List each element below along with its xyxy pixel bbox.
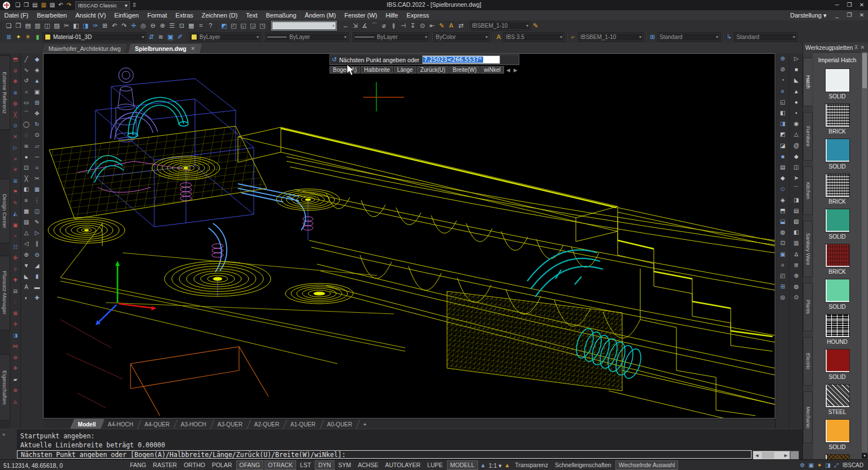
express-tool-icon[interactable]: ⋈ [13, 341, 18, 352]
fly-icon[interactable]: ◍ [776, 227, 789, 238]
layer-combo[interactable]: Material-01_3D▾ [42, 32, 146, 42]
copy-icon[interactable]: ◈ [32, 64, 42, 75]
status-toggle[interactable]: POLAR [209, 460, 235, 470]
express-tool-icon[interactable]: ✕ [13, 132, 18, 143]
paste-icon[interactable]: ◨ [81, 20, 90, 31]
block-editor-icon[interactable]: ⊞ [100, 20, 110, 31]
iso-ne-icon[interactable]: ◇ [776, 183, 789, 194]
dim-update-icon[interactable]: ⇄ [456, 20, 466, 31]
helix-icon[interactable]: @ [789, 140, 803, 151]
dim-arc-icon[interactable]: ⌒ [370, 20, 379, 31]
cylinder-icon[interactable]: ▪ [789, 107, 803, 118]
redo-icon[interactable]: ↷ [119, 20, 129, 31]
divide-icon[interactable]: ∥ [32, 238, 42, 249]
express-tool-icon[interactable]: ⊠ [13, 308, 18, 320]
palette-scrollbar[interactable] [862, 52, 867, 452]
express-tool-icon[interactable]: ▰ [14, 374, 18, 386]
scroll-left-icon[interactable]: ◀ [753, 452, 761, 458]
save-icon[interactable]: ▤ [31, 0, 39, 10]
darstellung-menu[interactable]: Darstellung ▾ [786, 10, 831, 20]
toolbar-overflow-icon[interactable]: ⇳ [130, 0, 138, 10]
redo-icon[interactable]: ↷ [65, 0, 73, 10]
3d-move-icon[interactable]: ⊕ [789, 270, 803, 281]
single-text-icon[interactable]: A [21, 282, 32, 292]
scrollbar-thumb[interactable] [762, 452, 774, 459]
menu-item[interactable]: Datei (F) [0, 10, 33, 20]
rectangle-icon[interactable]: ▭ [21, 97, 32, 108]
gradient-icon[interactable]: ▨ [21, 217, 32, 227]
mirror-icon[interactable]: ▲ [32, 75, 42, 86]
polysolid-icon[interactable]: ▷ [789, 53, 803, 64]
stretch-icon[interactable]: ▱ [32, 141, 42, 152]
express-tool-icon[interactable]: ✚ [13, 275, 18, 286]
express-tool-icon[interactable]: ⊘ [13, 66, 18, 77]
hatch-swatch[interactable] [825, 68, 850, 92]
prompt-option-button[interactable]: Halbbreite [361, 66, 393, 74]
grid-icon[interactable]: ⌗ [776, 260, 789, 270]
boundary-icon[interactable]: ◐ [21, 292, 32, 303]
command-search-combo[interactable]: ▾ [271, 21, 337, 31]
menu-item[interactable]: Bearbeiten [33, 10, 71, 20]
close-button[interactable]: ✕ [856, 0, 868, 10]
hatch-brick-2[interactable]: BRICK [825, 174, 850, 205]
plot-preview-icon[interactable]: ◫ [42, 20, 52, 31]
new-file-icon[interactable]: ❏ [4, 20, 14, 31]
tool-palettes-icon[interactable]: ▦ [186, 20, 196, 31]
block-icon[interactable]: ⊡ [21, 162, 32, 173]
panel-tab[interactable]: Design Center [0, 179, 10, 243]
hatch-swatch[interactable] [825, 384, 850, 408]
linetype-combo[interactable]: ByLayer▾ [265, 32, 349, 42]
view-front-icon[interactable]: ◪ [776, 140, 789, 151]
express-tool-icon[interactable]: ☷ [13, 242, 18, 253]
hatch-brick-1[interactable]: BRICK [825, 104, 850, 135]
text-style-icon[interactable]: A [494, 32, 504, 42]
layout-tab[interactable]: A2-QUER [246, 420, 286, 429]
scale-icon[interactable]: ⊙ [32, 130, 42, 140]
express-tool-icon[interactable]: ▣ [13, 220, 18, 231]
break-icon[interactable]: ✂ [32, 173, 42, 184]
design-center-icon[interactable]: ⊡ [177, 20, 186, 31]
prompt-option-button[interactable]: wiNkel [480, 66, 504, 74]
section-icon[interactable]: ⊡ [776, 238, 789, 248]
pan-icon[interactable]: ✛ [129, 20, 138, 31]
markup-icon[interactable]: ◲ [248, 20, 258, 31]
dim-continue-icon[interactable]: ⊣ [398, 20, 408, 31]
express-tool-icon[interactable]: ✳ [13, 165, 18, 176]
help-icon[interactable]: ? [206, 20, 215, 31]
layer-group-icon[interactable]: ◩ [219, 20, 229, 31]
annotation-autoscale-icon[interactable]: ▲ [502, 462, 511, 468]
menu-item[interactable]: Ansicht (V) [71, 10, 110, 20]
overkill-icon[interactable]: ▬ [32, 282, 42, 292]
annotation-visibility-icon[interactable]: ▲ [479, 462, 488, 468]
extend-icon[interactable]: ⌗ [32, 162, 42, 173]
open-file-icon[interactable]: ❐ [14, 20, 23, 31]
palette-tab[interactable]: Electric [803, 337, 813, 386]
express-tool-icon[interactable]: ⊗ [13, 385, 18, 396]
layout-tab[interactable]: Modell [70, 419, 103, 429]
continuous-orbit-icon[interactable]: ◔ [776, 75, 789, 85]
command-panel-grip[interactable]: ✕ [0, 429, 18, 460]
planar-surface-icon[interactable]: ◆ [789, 151, 803, 162]
3d-align-icon[interactable]: ∆ [789, 249, 803, 260]
undo-icon[interactable]: ↶ [110, 20, 119, 31]
prompt-prev-icon[interactable]: ◀ [505, 66, 512, 74]
dim-style-edit-icon[interactable]: ✎ [531, 20, 540, 31]
fillet-icon[interactable]: ◫ [32, 206, 42, 217]
menu-item[interactable]: Extras [171, 10, 197, 20]
layer-state-icon[interactable]: ▮ [33, 32, 42, 42]
multileader-style-combo[interactable]: Standard▾ [734, 32, 797, 42]
status-toggle[interactable]: LUPE [424, 460, 445, 470]
mdi-minimize-button[interactable]: _ [831, 10, 843, 20]
dim-break-icon[interactable]: ⇤ [427, 20, 437, 31]
express-tool-icon[interactable]: ◬ [14, 396, 18, 408]
palette-tab[interactable]: Plants [803, 283, 813, 331]
prompt-option-button[interactable]: Bogen(A) [329, 66, 360, 74]
status-toggle[interactable]: ORTHO [181, 460, 208, 470]
express-tool-icon[interactable]: ≡ [14, 154, 16, 165]
status-toggle[interactable]: DYN [315, 460, 334, 470]
dim-angular-icon[interactable]: ∡ [360, 20, 370, 31]
revcloud-icon[interactable]: ◁ [21, 238, 32, 249]
workspace-combo[interactable]: IBSCAD Classic▾ [75, 1, 130, 10]
xline-icon[interactable]: ╳ [21, 173, 32, 184]
status-toggle[interactable]: RASTER [150, 460, 180, 470]
